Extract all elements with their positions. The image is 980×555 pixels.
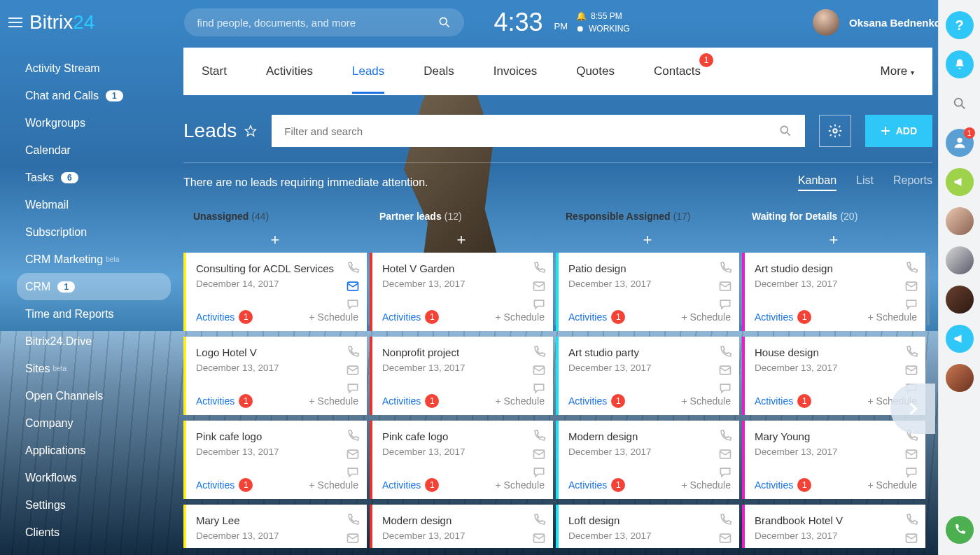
phone-icon[interactable] — [532, 429, 546, 443]
lead-card[interactable]: Logo Hotel VDecember 13, 2017Activities … — [183, 337, 367, 415]
phone-icon[interactable] — [904, 261, 918, 275]
sidebar-item-sites[interactable]: Sitesbeta — [17, 355, 171, 382]
activities-link[interactable]: Activities 1 — [568, 394, 625, 408]
add-button[interactable]: ADD — [865, 115, 932, 147]
filter-search[interactable] — [272, 115, 804, 147]
tab-activities[interactable]: Activities — [266, 49, 313, 94]
mail-icon[interactable] — [346, 447, 360, 461]
lead-card[interactable]: Pink cafe logoDecember 13, 2017Activitie… — [370, 421, 553, 499]
phone-icon[interactable] — [718, 513, 732, 527]
sidebar-item-time-and-reports[interactable]: Time and Reports — [17, 300, 171, 328]
settings-button[interactable] — [819, 115, 851, 147]
mail-icon[interactable] — [904, 531, 918, 545]
schedule-link[interactable]: + Schedule — [309, 479, 358, 491]
schedule-link[interactable]: + Schedule — [309, 395, 358, 407]
sidebar-item-clients[interactable]: Clients — [17, 519, 171, 546]
lead-card[interactable]: Hotel V GardenDecember 13, 2017Activitie… — [370, 253, 553, 331]
phone-icon[interactable] — [904, 513, 918, 527]
phone-icon[interactable] — [718, 429, 732, 443]
activities-link[interactable]: Activities 1 — [382, 394, 439, 408]
phone-icon[interactable] — [346, 261, 360, 275]
sidebar-item-open-channels[interactable]: Open Channels — [17, 382, 171, 409]
view-reports[interactable]: Reports — [893, 174, 932, 191]
lead-card[interactable]: Patio designDecember 13, 2017Activities … — [556, 253, 739, 331]
activities-link[interactable]: Activities 1 — [196, 394, 253, 408]
contact-avatar-2[interactable] — [946, 246, 974, 274]
column-header-responsible-assigned[interactable]: Responsible Assigned (17) — [556, 205, 739, 227]
schedule-link[interactable]: + Schedule — [682, 395, 731, 407]
activities-link[interactable]: Activities 1 — [755, 478, 811, 492]
mail-icon[interactable] — [532, 279, 546, 293]
logo[interactable]: Bitrix24 — [29, 11, 94, 34]
sidebar-item-workgroups[interactable]: Workgroups — [17, 109, 171, 136]
mail-icon[interactable] — [532, 531, 546, 545]
tab-invoices[interactable]: Invoices — [493, 49, 537, 94]
mail-icon[interactable] — [904, 363, 918, 377]
add-card-button[interactable]: + — [370, 227, 553, 253]
scroll-right-button[interactable] — [890, 384, 935, 434]
column-header-partner-leads[interactable]: Partner leads (12) — [370, 205, 553, 227]
phone-icon[interactable] — [532, 513, 546, 527]
mail-icon[interactable] — [346, 279, 360, 293]
contact-avatar-1[interactable] — [946, 207, 974, 235]
schedule-link[interactable]: + Schedule — [496, 311, 545, 323]
phone-icon[interactable] — [346, 429, 360, 443]
chat-icon[interactable] — [532, 465, 546, 479]
sidebar-item-subscription[interactable]: Subscription — [17, 218, 171, 246]
lead-card[interactable]: Nonprofit projectDecember 13, 2017Activi… — [370, 337, 553, 415]
lead-card[interactable]: Modern designDecember 13, 2017 — [370, 505, 553, 548]
phone-icon[interactable] — [718, 345, 732, 359]
schedule-link[interactable]: + Schedule — [868, 479, 917, 491]
schedule-link[interactable]: + Schedule — [496, 395, 545, 407]
mail-icon[interactable] — [718, 279, 732, 293]
chat-icon[interactable] — [532, 297, 546, 311]
activities-link[interactable]: Activities 1 — [568, 310, 625, 324]
person-button[interactable]: 1 — [946, 129, 974, 157]
sidebar-item-company[interactable]: Company — [17, 409, 171, 437]
sidebar-item-chat-and-calls[interactable]: Chat and Calls1 — [17, 82, 171, 109]
phone-icon[interactable] — [904, 345, 918, 359]
mail-icon[interactable] — [718, 447, 732, 461]
contact-avatar-4[interactable] — [946, 364, 974, 392]
mail-icon[interactable] — [904, 447, 918, 461]
chat-icon[interactable] — [346, 297, 360, 311]
filter-input[interactable] — [284, 125, 778, 137]
user-menu[interactable]: Oksana Bednenko — [813, 9, 959, 36]
schedule-link[interactable]: + Schedule — [868, 311, 917, 323]
chat-icon[interactable] — [904, 465, 918, 479]
chat-icon[interactable] — [532, 381, 546, 395]
phone-icon[interactable] — [346, 513, 360, 527]
help-button[interactable]: ? — [946, 11, 974, 39]
lead-card[interactable]: Mary YoungDecember 13, 2017Activities 1+… — [742, 421, 925, 499]
rail-search-button[interactable] — [946, 90, 974, 118]
global-search-input[interactable] — [197, 17, 438, 29]
phone-icon[interactable] — [346, 345, 360, 359]
contact-avatar-3[interactable] — [946, 286, 974, 314]
activities-link[interactable]: Activities 1 — [196, 310, 253, 324]
activities-link[interactable]: Activities 1 — [755, 310, 811, 324]
add-card-button[interactable]: + — [183, 227, 367, 253]
tab-more[interactable]: More ▾ — [881, 49, 914, 94]
tab-quotes[interactable]: Quotes — [576, 49, 615, 94]
sidebar-item-webmail[interactable]: Webmail — [17, 191, 171, 218]
mail-icon[interactable] — [532, 363, 546, 377]
lead-card[interactable]: Loft designDecember 13, 2017 — [556, 505, 739, 548]
chat-icon[interactable] — [718, 465, 732, 479]
lead-card[interactable]: Art studio designDecember 13, 2017Activi… — [742, 253, 925, 331]
mail-icon[interactable] — [346, 531, 360, 545]
tab-start[interactable]: Start — [202, 49, 227, 94]
announce-button-2[interactable] — [946, 325, 974, 353]
schedule-link[interactable]: + Schedule — [682, 311, 731, 323]
mail-icon[interactable] — [346, 363, 360, 377]
chat-icon[interactable] — [718, 297, 732, 311]
lead-card[interactable]: Pink cafe logoDecember 13, 2017Activitie… — [183, 421, 367, 499]
tab-deals[interactable]: Deals — [424, 49, 454, 94]
notifications-button[interactable] — [946, 50, 974, 78]
activities-link[interactable]: Activities 1 — [755, 394, 811, 408]
tab-leads[interactable]: Leads — [352, 49, 384, 94]
sidebar-item-crm[interactable]: CRM1 — [17, 273, 171, 300]
mail-icon[interactable] — [532, 447, 546, 461]
chat-icon[interactable] — [346, 465, 360, 479]
sidebar-item-settings[interactable]: Settings — [17, 491, 171, 519]
call-button[interactable] — [946, 516, 974, 544]
